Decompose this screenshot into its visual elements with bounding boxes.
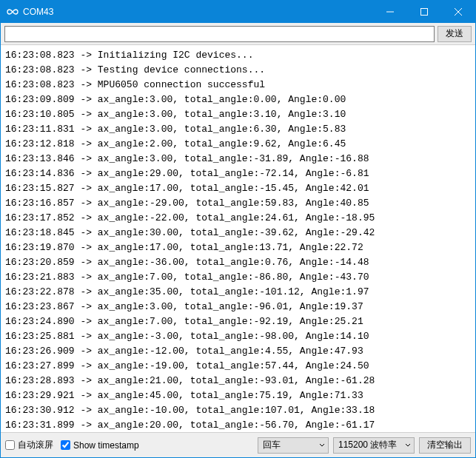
minimize-button[interactable] [373,1,407,23]
serial-output[interactable]: 16:23:08.823 -> Initializing I2C devices… [1,45,475,432]
window-controls [373,1,475,23]
svg-rect-0 [421,9,428,16]
title-bar: COM43 [1,1,475,23]
chevron-down-icon [319,440,325,451]
output-line: 16:23:09.809 -> ax_angle:3.00, total_ang… [5,92,471,107]
timestamp-checkbox[interactable]: Show timestamp [61,440,139,451]
output-line: 16:23:28.893 -> ax_angle:21.00, total_an… [5,374,471,388]
output-line: 16:23:29.921 -> ax_angle:45.00, total_an… [5,388,471,403]
output-line: 16:23:17.852 -> ax_angle:-22.00, total_a… [5,211,471,226]
output-line: 16:23:12.818 -> ax_angle:2.00, total_ang… [5,137,471,152]
line-ending-value: 回车 [263,439,281,451]
status-bar: 自动滚屏 Show timestamp 回车 115200 波特率 清空输出 [1,432,475,457]
output-line: 16:23:13.846 -> ax_angle:3.00, total_ang… [5,152,471,166]
timestamp-input[interactable] [61,440,70,450]
baud-rate-value: 115200 波特率 [338,439,397,451]
arduino-infinity-icon [7,6,19,18]
output-line: 16:23:30.912 -> ax_angle:-10.00, total_a… [5,403,471,418]
output-line: 16:23:24.890 -> ax_angle:7.00, total_ang… [5,314,471,329]
output-line: 16:23:18.845 -> ax_angle:30.00, total_an… [5,226,471,240]
maximize-button[interactable] [407,1,441,23]
output-line: 16:23:19.870 -> ax_angle:17.00, total_an… [5,240,471,255]
send-button[interactable]: 发送 [438,26,472,42]
chevron-down-icon [405,440,411,451]
output-line: 16:23:25.881 -> ax_angle:-3.00, total_an… [5,329,471,344]
output-line: 16:23:21.883 -> ax_angle:7.00, total_ang… [5,270,471,285]
output-line: 16:23:08.823 -> Initializing I2C devices… [5,48,471,63]
output-line: 16:23:27.899 -> ax_angle:-19.00, total_a… [5,359,471,374]
send-toolbar: 发送 [1,23,475,45]
output-line: 16:23:31.899 -> ax_angle:20.00, total_an… [5,418,471,432]
clear-output-button[interactable]: 清空输出 [419,437,471,454]
output-line: 16:23:23.867 -> ax_angle:3.00, total_ang… [5,300,471,314]
window-title: COM43 [23,7,373,17]
autoscroll-checkbox[interactable]: 自动滚屏 [5,439,53,451]
output-line: 16:23:15.827 -> ax_angle:17.00, total_an… [5,181,471,196]
output-line: 16:23:11.831 -> ax_angle:3.00, total_ang… [5,122,471,137]
autoscroll-input[interactable] [5,440,15,450]
baud-rate-select[interactable]: 115200 波特率 [333,437,415,454]
send-input[interactable] [4,26,435,42]
output-line: 16:23:08.823 -> MPU6050 connection succe… [5,78,471,92]
line-ending-select[interactable]: 回车 [258,437,329,454]
output-line: 16:23:10.805 -> ax_angle:3.00, total_ang… [5,107,471,122]
output-line: 16:23:26.909 -> ax_angle:-12.00, total_a… [5,344,471,359]
output-line: 16:23:14.836 -> ax_angle:29.00, total_an… [5,166,471,181]
close-button[interactable] [441,1,475,23]
timestamp-label: Show timestamp [73,440,139,451]
output-line: 16:23:20.859 -> ax_angle:-36.00, total_a… [5,255,471,270]
output-line: 16:23:16.857 -> ax_angle:-29.00, total_a… [5,196,471,211]
output-line: 16:23:22.878 -> ax_angle:35.00, total_an… [5,285,471,300]
autoscroll-label: 自动滚屏 [18,439,53,451]
output-line: 16:23:08.823 -> Testing device connectio… [5,63,471,78]
